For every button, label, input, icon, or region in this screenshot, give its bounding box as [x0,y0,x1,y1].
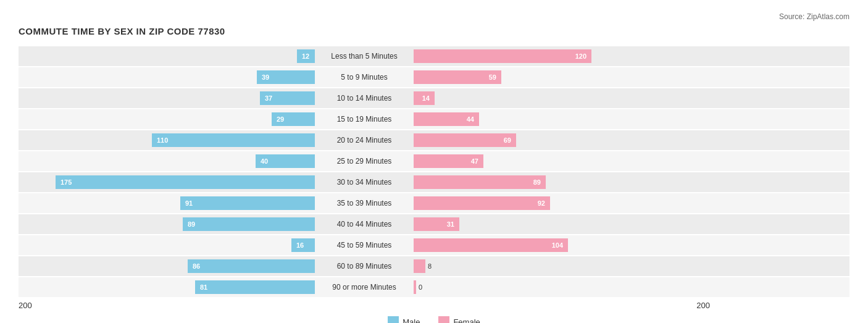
female-bar: 59 [414,70,501,84]
legend-female: Female [438,316,480,323]
female-bar: 47 [414,154,483,168]
male-bar-value: 175 [58,178,74,186]
female-bar-value: 31 [444,220,457,228]
male-bar: 16 [291,238,315,252]
female-bar: 44 [414,112,479,126]
female-bar: 89 [414,175,546,189]
row-label: 15 to 19 Minutes [315,115,414,124]
female-bar: 69 [414,133,516,147]
row-label: 90 or more Minutes [315,283,414,292]
male-bar-value: 110 [154,136,170,144]
male-bar-value: 12 [299,52,312,60]
axis-right-label: 200 [696,301,710,310]
female-value-outside: 8 [428,262,432,270]
female-bar-value: 47 [469,157,481,165]
female-bar [414,259,425,273]
female-bar: 14 [414,91,435,105]
row-label: 20 to 24 Minutes [315,136,414,145]
male-bar: 89 [183,217,315,231]
male-bar: 39 [257,70,315,84]
male-bar-value: 39 [259,73,272,81]
chart-row: 81 90 or more Minutes 0 [19,277,849,297]
row-label: Less than 5 Minutes [315,52,414,61]
male-bar: 81 [195,280,315,294]
male-bar: 110 [152,133,315,147]
chart-row: 37 10 to 14 Minutes 14 [19,88,849,108]
legend-female-box [438,316,449,323]
female-bar-value: 120 [573,52,589,60]
chart-container: 12 Less than 5 Minutes 120 39 5 to 9 Min… [19,46,849,297]
chart-row: 110 20 to 24 Minutes 69 [19,130,849,150]
row-label: 30 to 34 Minutes [315,178,414,187]
female-bar [414,280,416,294]
legend-male-box [388,316,399,323]
chart-row: 12 Less than 5 Minutes 120 [19,46,849,66]
row-label: 5 to 9 Minutes [315,73,414,82]
row-label: 60 to 89 Minutes [315,262,414,271]
chart-row: 86 60 to 89 Minutes 8 [19,256,849,276]
male-bar: 12 [297,49,315,63]
axis-row: 200 200 [19,301,849,310]
legend-male: Male [388,316,420,323]
female-bar-value: 89 [531,178,543,186]
female-bar: 92 [414,196,550,210]
female-zero: 0 [419,283,422,291]
male-bar-value: 37 [262,94,275,102]
male-bar: 86 [188,259,315,273]
legend-male-label: Male [403,317,420,324]
male-bar-value: 40 [258,157,270,165]
row-label: 35 to 39 Minutes [315,199,414,208]
female-bar: 104 [414,238,568,252]
male-bar-value: 89 [185,220,198,228]
legend-female-label: Female [453,317,480,324]
chart-row: 29 15 to 19 Minutes 44 [19,109,849,129]
female-bar: 31 [414,217,459,231]
source-label: Source: ZipAtlas.com [19,12,849,21]
female-bar-value: 44 [464,115,477,123]
row-label: 10 to 14 Minutes [315,94,414,103]
chart-row: 16 45 to 59 Minutes 104 [19,235,849,255]
female-bar-value: 14 [420,94,432,102]
male-bar-value: 86 [190,262,202,270]
row-label: 25 to 29 Minutes [315,157,414,166]
chart-row: 175 30 to 34 Minutes 89 [19,172,849,192]
female-bar-value: 59 [486,73,499,81]
male-bar: 37 [260,91,315,105]
male-bar: 40 [256,154,315,168]
female-bar: 120 [414,49,591,63]
row-label: 40 to 44 Minutes [315,220,414,229]
male-bar-value: 91 [183,199,195,207]
chart-title: COMMUTE TIME BY SEX IN ZIP CODE 77830 [19,26,849,36]
male-bar: 91 [180,196,315,210]
male-bar: 29 [272,112,315,126]
female-bar-value: 92 [535,199,548,207]
chart-row: 89 40 to 44 Minutes 31 [19,214,849,234]
female-bar-value: 104 [549,241,565,249]
chart-row: 91 35 to 39 Minutes 92 [19,193,849,213]
chart-row: 40 25 to 29 Minutes 47 [19,151,849,171]
row-label: 45 to 59 Minutes [315,241,414,250]
male-bar: 175 [56,175,315,189]
male-bar-value: 16 [294,241,306,249]
legend: Male Female [19,316,849,323]
male-bar-value: 29 [274,115,286,123]
female-bar-value: 69 [501,136,514,144]
male-bar-value: 81 [198,283,210,291]
axis-left-label: 200 [19,301,32,310]
chart-row: 39 5 to 9 Minutes 59 [19,67,849,87]
